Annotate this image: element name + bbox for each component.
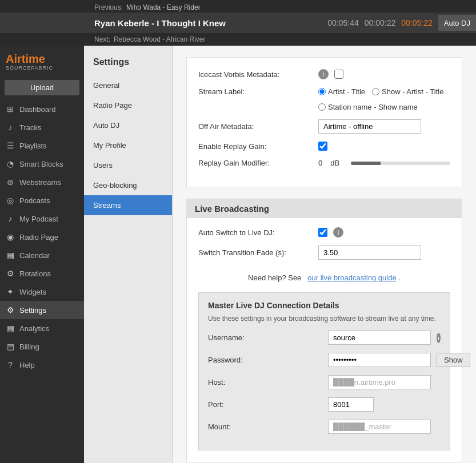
icecast-info-icon[interactable]: i <box>318 69 329 79</box>
sidebar-item-label: Help <box>19 361 35 369</box>
radio-show-artist-title-label: Show - Artist - Title <box>382 87 443 96</box>
sidebar-item-label: Podcasts <box>19 196 50 205</box>
sidebar-item-webstreams[interactable]: ⊛ Webstreams <box>0 173 84 191</box>
smart-blocks-icon: ◔ <box>6 159 15 168</box>
off-air-input[interactable] <box>318 119 421 134</box>
replay-gain-slider[interactable] <box>351 162 450 165</box>
username-input[interactable] <box>328 331 431 345</box>
subnav-general[interactable]: General <box>84 75 172 95</box>
auto-switch-info-icon[interactable]: i <box>333 227 343 237</box>
switch-fade-label: Switch Transition Fade (s): <box>198 248 313 257</box>
sidebar-item-label: Rotations <box>19 269 51 278</box>
sidebar-item-analytics[interactable]: ▦ Analytics <box>0 319 84 337</box>
username-label: Username: <box>208 333 322 342</box>
password-input[interactable] <box>328 353 431 367</box>
live-broadcasting-section: Live Broadcasting Auto Switch to Live DJ… <box>186 199 462 462</box>
content-area: Settings General Radio Page Auto DJ My P… <box>84 46 476 463</box>
prev-label: Previous: <box>94 3 123 11</box>
time-remaining: 00:00:22 <box>365 18 396 27</box>
subnav-radio-page[interactable]: Radio Page <box>84 95 172 115</box>
subnav-streams[interactable]: Streams <box>84 195 172 215</box>
radio-page-icon: ◉ <box>6 232 15 241</box>
subnav-geo-blocking[interactable]: Geo-blocking <box>84 175 172 195</box>
help-suffix: . <box>398 273 401 282</box>
sidebar-item-tracks[interactable]: ♪ Tracks <box>0 118 84 136</box>
dashboard-icon: ⊞ <box>6 104 15 114</box>
replay-gain-label: Enable Replay Gain: <box>198 142 313 151</box>
replay-modifier-row: Replay Gain Modifier: 0 dB <box>198 159 450 167</box>
radio-artist-title-label: Artist - Title <box>328 87 365 96</box>
sidebar-item-settings[interactable]: ⚙ Settings <box>0 301 84 319</box>
sidebar-item-rotations[interactable]: ⚙ Rotations <box>0 264 84 283</box>
replay-modifier-label: Replay Gain Modifier: <box>198 159 313 167</box>
show-button[interactable]: Show <box>437 353 470 367</box>
tracks-icon: ♪ <box>6 123 15 132</box>
radio-show-artist-title[interactable]: Show - Artist - Title <box>372 87 443 96</box>
sidebar-item-radio-page[interactable]: ◉ Radio Page <box>0 228 84 246</box>
host-label: Host: <box>208 378 322 386</box>
port-input[interactable] <box>328 397 374 412</box>
now-track: Ryan Keberle - I Thought I Knew <box>94 18 327 28</box>
radio-station-show[interactable]: Station name - Show name <box>318 103 418 111</box>
subnav-users[interactable]: Users <box>84 155 172 175</box>
logo-sub: SOURCEFABRIC <box>6 65 53 71</box>
auto-switch-checkbox[interactable] <box>318 228 327 237</box>
sidebar-item-label: Playlists <box>19 142 47 150</box>
mount-row: Mount: <box>208 420 441 434</box>
subnav-auto-dj[interactable]: Auto DJ <box>84 115 172 135</box>
mount-label: Mount: <box>208 422 322 431</box>
stream-settings-section: Icecast Vorbis Metadata: i Stream Label:… <box>186 57 462 187</box>
stream-label-row: Stream Label: Artist - Title Show - Arti… <box>198 87 450 111</box>
next-label: Next: <box>94 35 110 43</box>
help-link[interactable]: our live broadcasting guide <box>307 273 396 282</box>
port-label: Port: <box>208 400 322 409</box>
username-info-icon[interactable]: i <box>437 333 441 343</box>
billing-icon: ▤ <box>6 342 15 351</box>
radio-artist-title[interactable]: Artist - Title <box>318 87 365 96</box>
time-elapsed: 00:05:44 <box>327 18 359 27</box>
auto-switch-row: Auto Switch to Live DJ: i <box>198 227 450 237</box>
settings-icon: ⚙ <box>6 305 15 315</box>
sidebar-item-label: Radio Page <box>19 233 58 241</box>
help-prefix: Need help? See <box>248 273 301 282</box>
my-podcast-icon: ♪ <box>6 214 15 223</box>
sidebar-item-label: Calendar <box>19 251 50 260</box>
podcasts-icon: ◎ <box>6 196 15 205</box>
icecast-label: Icecast Vorbis Metadata: <box>198 70 313 79</box>
switch-fade-input[interactable] <box>318 245 421 260</box>
playlists-icon: ☰ <box>6 141 15 150</box>
analytics-icon: ▦ <box>6 324 15 333</box>
port-row: Port: <box>208 397 441 412</box>
auto-dj-button[interactable]: Auto DJ <box>438 15 476 31</box>
replay-gain-row: Enable Replay Gain: <box>198 142 450 151</box>
subnav-my-profile[interactable]: My Profile <box>84 135 172 155</box>
replay-gain-checkbox[interactable] <box>318 142 327 151</box>
sidebar-item-my-podcast[interactable]: ♪ My Podcast <box>0 210 84 228</box>
stream-label-radio-group: Artist - Title Show - Artist - Title Sta… <box>318 87 450 111</box>
sidebar-item-widgets[interactable]: ✦ Widgets <box>0 283 84 301</box>
sidebar-item-smart-blocks[interactable]: ◔ Smart Blocks <box>0 155 84 173</box>
next-track: Rebecca Wood - African River <box>114 35 206 43</box>
host-input[interactable] <box>328 375 431 389</box>
sidebar-item-calendar[interactable]: ▦ Calendar <box>0 246 84 264</box>
help-icon: ? <box>6 360 15 369</box>
live-broadcasting-title: Live Broadcasting <box>187 199 462 218</box>
mount-input[interactable] <box>328 420 431 434</box>
sidebar-item-billing[interactable]: ▤ Billing <box>0 337 84 356</box>
sidebar-item-playlists[interactable]: ☰ Playlists <box>0 136 84 155</box>
help-text: Need help? See our live broadcasting gui… <box>198 268 450 288</box>
sidebar: Airtime SOURCEFABRIC Upload ⊞ Dashboard … <box>0 46 84 463</box>
sidebar-item-label: My Podcast <box>19 215 58 223</box>
replay-value: 0 <box>318 159 322 167</box>
icecast-checkbox[interactable] <box>334 70 343 79</box>
icecast-row: Icecast Vorbis Metadata: i <box>198 69 450 79</box>
sidebar-item-help[interactable]: ? Help <box>0 356 84 374</box>
rotations-icon: ⚙ <box>6 269 15 278</box>
password-row: Password: Show Generate <box>208 353 441 367</box>
sidebar-item-podcasts[interactable]: ◎ Podcasts <box>0 191 84 210</box>
widgets-icon: ✦ <box>6 287 15 296</box>
sidebar-item-dashboard[interactable]: ⊞ Dashboard <box>0 100 84 118</box>
upload-button[interactable]: Upload <box>5 80 79 95</box>
top-bar: Previous: Miho Wada - Easy Rider Ryan Ke… <box>0 0 476 46</box>
sidebar-item-label: Billing <box>19 343 39 351</box>
